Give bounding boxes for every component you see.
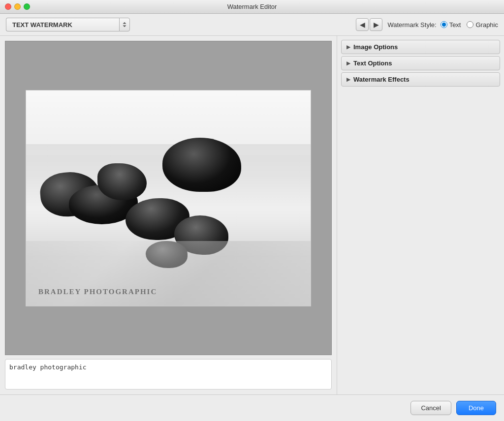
select-arrow-button[interactable] xyxy=(119,18,130,31)
nav-arrows: ◀ ▶ xyxy=(356,18,382,31)
style-radio-group: Text Graphic xyxy=(441,21,498,29)
right-panel: ▶ Image Options ▶ Text Options ▶ Waterma… xyxy=(337,36,504,394)
bottom-bar: Cancel Done xyxy=(0,394,504,421)
next-arrow-button[interactable]: ▶ xyxy=(370,18,382,31)
body-area: BRADLEY PHOTOGRAPHIC ▶ Image Options ▶ xyxy=(0,36,504,394)
watermark-effects-label: Watermark Effects xyxy=(353,76,410,83)
prev-arrow-button[interactable]: ◀ xyxy=(356,18,369,31)
text-radio-label: Text xyxy=(449,21,461,29)
left-panel: BRADLEY PHOTOGRAPHIC xyxy=(0,36,337,394)
text-options-label: Text Options xyxy=(353,60,392,67)
graphic-radio-input[interactable] xyxy=(467,21,473,28)
watermark-effects-arrow-icon: ▶ xyxy=(346,77,350,82)
svg-marker-1 xyxy=(123,25,126,27)
image-frame: BRADLEY PHOTOGRAPHIC xyxy=(26,90,311,306)
window-controls xyxy=(5,3,30,10)
image-options-label: Image Options xyxy=(353,43,398,51)
image-options-arrow-icon: ▶ xyxy=(346,44,350,50)
right-panel-content xyxy=(341,89,500,391)
accordion-text-options: ▶ Text Options xyxy=(341,56,500,70)
watermark-effects-header[interactable]: ▶ Watermark Effects xyxy=(341,72,500,87)
image-options-header[interactable]: ▶ Image Options xyxy=(341,40,500,54)
watermark-style-group: Watermark Style: Text Graphic xyxy=(387,21,498,29)
toolbar: TEXT WATERMARK ◀ ▶ Watermark Style: Text xyxy=(0,14,504,36)
cancel-button[interactable]: Cancel xyxy=(410,401,451,415)
preview-area: BRADLEY PHOTOGRAPHIC xyxy=(5,41,332,355)
watermark-select-container: TEXT WATERMARK xyxy=(6,18,130,31)
accordion-image-options: ▶ Image Options xyxy=(341,40,500,54)
main-content: TEXT WATERMARK ◀ ▶ Watermark Style: Text xyxy=(0,14,504,421)
watermark-select[interactable]: TEXT WATERMARK xyxy=(6,18,119,31)
minimize-button[interactable] xyxy=(14,3,21,10)
watermark-style-label: Watermark Style: xyxy=(387,21,436,29)
watermark-text-input[interactable] xyxy=(9,363,327,383)
water-overlay xyxy=(26,241,311,305)
style-graphic-radio[interactable]: Graphic xyxy=(467,21,498,29)
rock-3 xyxy=(97,163,147,200)
accordion-watermark-effects: ▶ Watermark Effects xyxy=(341,72,500,87)
text-options-arrow-icon: ▶ xyxy=(346,60,350,66)
title-bar: Watermark Editor xyxy=(0,0,504,14)
svg-marker-0 xyxy=(123,22,126,24)
maximize-button[interactable] xyxy=(24,3,30,10)
image-watermark-text: BRADLEY PHOTOGRAPHIC xyxy=(38,288,157,296)
bw-image: BRADLEY PHOTOGRAPHIC xyxy=(26,90,311,306)
done-button[interactable]: Done xyxy=(456,401,496,415)
text-input-area[interactable] xyxy=(5,359,332,390)
close-button[interactable] xyxy=(5,3,11,10)
style-text-radio[interactable]: Text xyxy=(441,21,461,29)
window-title: Watermark Editor xyxy=(227,3,277,10)
text-radio-input[interactable] xyxy=(441,21,447,28)
graphic-radio-label: Graphic xyxy=(475,21,498,29)
text-options-header[interactable]: ▶ Text Options xyxy=(341,56,500,70)
